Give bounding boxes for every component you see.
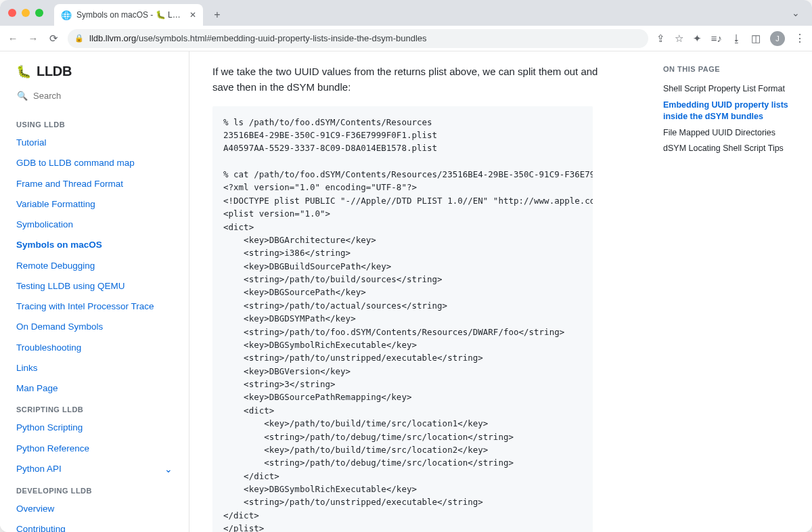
logo-text: LLDB xyxy=(37,64,72,79)
logo-icon: 🐛 xyxy=(16,64,31,79)
nav-troubleshooting[interactable]: Troubleshooting xyxy=(0,338,189,358)
nav-frame-format[interactable]: Frame and Thread Format xyxy=(0,174,189,194)
browser-toolbar: ← → ⟳ 🔒 lldb.llvm.org/use/symbols.html#e… xyxy=(0,26,812,51)
new-tab-button[interactable]: + xyxy=(208,9,226,21)
nav-testing-qemu[interactable]: Testing LLDB using QEMU xyxy=(0,276,189,296)
nav-symbols-macos[interactable]: Symbols on macOS xyxy=(0,235,189,255)
url-text: lldb.llvm.org/use/symbols.html#embedding… xyxy=(89,33,427,43)
nav-section-using: USING LLDB xyxy=(0,114,189,133)
toc-file-mapped[interactable]: File Mapped UUID Directories xyxy=(663,125,798,141)
logo[interactable]: 🐛 LLDB xyxy=(0,64,189,90)
share-icon[interactable]: ⇪ xyxy=(656,32,665,45)
nav-links[interactable]: Links xyxy=(0,358,189,378)
browser-window: 🌐 Symbols on macOS - 🐛 LLDB ✕ + ⌄ ← → ⟳ … xyxy=(0,0,812,532)
nav-on-demand[interactable]: On Demand Symbols xyxy=(0,317,189,337)
lock-icon: 🔒 xyxy=(74,34,84,43)
toc-shell-script[interactable]: Shell Script Property List Format xyxy=(663,81,798,97)
toolbar-right-icons: ⇪ ☆ ✦ ≡♪ ⭳ ◫ J ⋮ xyxy=(656,31,805,46)
close-window-button[interactable] xyxy=(8,9,16,17)
reload-button[interactable]: ⟳ xyxy=(47,32,60,45)
toc-title: ON THIS PAGE xyxy=(663,65,798,73)
extensions-icon[interactable]: ✦ xyxy=(693,32,702,45)
nav-tutorial[interactable]: Tutorial xyxy=(0,133,189,153)
tab-title: Symbols on macOS - 🐛 LLDB xyxy=(76,10,185,20)
nav-man-page[interactable]: Man Page xyxy=(0,378,189,399)
forward-button[interactable]: → xyxy=(27,32,39,44)
back-button[interactable]: ← xyxy=(7,32,19,44)
window-titlebar: 🌐 Symbols on macOS - 🐛 LLDB ✕ + ⌄ xyxy=(0,0,812,26)
download-icon[interactable]: ⭳ xyxy=(731,32,742,44)
nav-python-reference[interactable]: Python Reference xyxy=(0,439,189,459)
menu-icon[interactable]: ⋮ xyxy=(794,32,805,45)
nav-python-api[interactable]: Python API⌄ xyxy=(0,459,189,480)
intro-paragraph: If we take the two UUID values from the … xyxy=(212,64,605,95)
main-article: If we take the two UUID values from the … xyxy=(189,51,656,532)
search-icon: 🔍 xyxy=(17,91,28,101)
chevron-down-icon: ⌄ xyxy=(164,462,173,476)
search-box[interactable]: 🔍 xyxy=(16,90,173,102)
browser-tab[interactable]: 🌐 Symbols on macOS - 🐛 LLDB ✕ xyxy=(54,4,203,26)
nav-python-scripting[interactable]: Python Scripting xyxy=(0,418,189,438)
nav-section-scripting: SCRIPTING LLDB xyxy=(0,399,189,418)
bookmark-icon[interactable]: ☆ xyxy=(675,32,683,45)
nav-symbolication[interactable]: Symbolication xyxy=(0,215,189,235)
table-of-contents: ON THIS PAGE Shell Script Property List … xyxy=(656,51,812,532)
tab-favicon: 🌐 xyxy=(61,10,72,20)
toc-embedding-uuid[interactable]: Embedding UUID property lists inside the… xyxy=(663,97,798,125)
playlist-icon[interactable]: ≡♪ xyxy=(711,32,722,44)
profile-avatar[interactable]: J xyxy=(770,31,785,46)
minimize-window-button[interactable] xyxy=(22,9,30,17)
toc-dsym-tips[interactable]: dSYM Locating Shell Script Tips xyxy=(663,141,798,157)
address-bar[interactable]: 🔒 lldb.llvm.org/use/symbols.html#embeddi… xyxy=(68,29,648,48)
code-block: % ls /path/to/foo.dSYM/Contents/Resource… xyxy=(212,106,593,533)
nav-gdb-map[interactable]: GDB to LLDB command map xyxy=(0,153,189,173)
nav-contributing[interactable]: Contributing xyxy=(0,519,189,532)
page-content: 🐛 LLDB 🔍 USING LLDB Tutorial GDB to LLDB… xyxy=(0,51,812,532)
tab-close-icon[interactable]: ✕ xyxy=(189,10,196,20)
nav-section-developing: DEVELOPING LLDB xyxy=(0,480,189,499)
traffic-lights xyxy=(8,9,43,17)
maximize-window-button[interactable] xyxy=(35,9,43,17)
nav-overview[interactable]: Overview xyxy=(0,499,189,519)
sidebar: 🐛 LLDB 🔍 USING LLDB Tutorial GDB to LLDB… xyxy=(0,51,189,532)
nav-remote-debugging[interactable]: Remote Debugging xyxy=(0,256,189,276)
panel-icon[interactable]: ◫ xyxy=(751,32,761,45)
search-input[interactable] xyxy=(33,91,172,101)
tabs-dropdown-icon[interactable]: ⌄ xyxy=(792,7,800,18)
nav-variable-formatting[interactable]: Variable Formatting xyxy=(0,194,189,215)
nav-python-api-label: Python API xyxy=(16,462,62,476)
nav-intel-trace[interactable]: Tracing with Intel Processor Trace xyxy=(0,296,189,317)
